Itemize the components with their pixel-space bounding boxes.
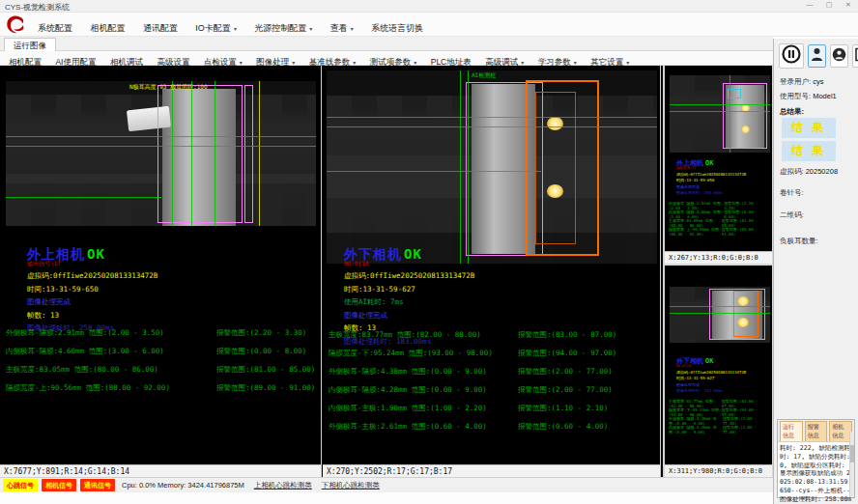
virtual-code: 虚拟码:0ffIiwe2025020813313472B: [344, 272, 474, 280]
measurement-row: 隔膜宽度-下:95.24mm 范围:(93.00 - 98.00)报警范围:(9…: [669, 407, 768, 416]
capture-time: 时间:13-31-59-627: [344, 286, 474, 294]
ai-detect-inner-box: [535, 92, 576, 244]
pixel-coords-status: X:311;Y:980;R:0;G:0;B:0: [665, 464, 772, 477]
log-tab-alarm-info[interactable]: 报警信息: [805, 421, 828, 441]
measurement-rows: 外侧极耳-隔膜:2.91mm 范围:(2.00 - 3.50)报警范围:(2.2…: [6, 328, 317, 402]
bottom-gap: [0, 492, 773, 504]
pixel-coords-status: X:270;Y:2502;R:17;G:17;B:17: [323, 464, 660, 477]
exit-button[interactable]: [852, 44, 858, 68]
maximize-button[interactable]: ▢: [823, 1, 835, 9]
thumb-image-upper[interactable]: [670, 75, 770, 153]
pause-button[interactable]: [779, 43, 804, 69]
thumb-panel-lower: 外下相机OK NG:0|10 虚拟码:0ffIiwe20250208133134…: [665, 266, 772, 477]
result-text-block: 外上相机OK 输出信号:1T 虚拟码:0ffIiwe20250208133134…: [676, 160, 746, 198]
camera-panel-upper-outer: N极耳高度:93 极耳间距:100 外上相机OK 输出信号:1T 虚拟码:0ff…: [0, 66, 322, 477]
logout-icon: [854, 47, 858, 66]
pixel-coords-status: X:267;Y:13;R:0;G:0;B:0: [665, 251, 772, 264]
measurement-row: 内侧极耳-隔膜:4.28mm 范围:(0.00 - 9.00)报警范围:(2.0…: [329, 385, 656, 404]
measurement-row: 外侧极耳-隔膜:4.38mm 范围:(0.00 - 9.00)报警范围:(2.0…: [329, 367, 656, 385]
tabstrip: 运行图像: [0, 37, 773, 51]
pause-icon: [782, 44, 801, 68]
camera-image-upper-outer[interactable]: N极耳高度:93 极耳间距:100: [6, 81, 316, 226]
menu-comm-config[interactable]: 通讯配置: [136, 20, 185, 37]
app-logo-icon: [4, 14, 27, 36]
negative-tab-count-field: 负极耳数量:: [780, 237, 818, 246]
ok-status: OK: [87, 246, 105, 262]
user-icon: [811, 47, 823, 66]
menu-camera-config[interactable]: 相机配置: [83, 20, 131, 37]
weld-highlight: [547, 117, 563, 130]
window-title: CYS-视觉检测系统: [5, 2, 70, 13]
pixel-coords-status: X:7677;Y:891;R:14;G:14;B:14: [0, 464, 321, 477]
menu-system-config[interactable]: 系统配置: [31, 20, 79, 37]
menu-io-config[interactable]: IO卡配置: [188, 20, 243, 37]
measurement-row: 外侧极耳-主极:2.61mm 范围:(0.60 - 4.00)报警范围:(0.6…: [329, 422, 656, 440]
weld-highlight: [547, 184, 563, 198]
camera-signal-badge: 相机信号: [42, 479, 76, 491]
total-result-label: 总结果:: [780, 107, 804, 117]
minimize-button[interactable]: —: [804, 1, 815, 9]
result-text-block: 外上相机OK 输出信号:1T 虚拟码:0ffIiwe20250208133134…: [27, 247, 157, 332]
tab-run-image[interactable]: 运行图像: [4, 38, 56, 51]
login-user-field: 登录用户: cys: [780, 77, 823, 87]
app-window: CYS-视觉检测系统 — ▢ ✕ 系统配置 相机配置 通讯配置 IO卡配置 光源…: [0, 0, 858, 504]
user-circle-icon: [832, 47, 846, 66]
menu-light-config[interactable]: 光源控制配置: [247, 20, 319, 37]
measurement-row: 主极宽度:83.05mm 范围:(80.00 - 86.00)报警范围:(81.…: [6, 365, 317, 383]
log-scrollbar[interactable]: [849, 432, 854, 497]
thumbnail-column: 外上相机OK 输出信号:1T 虚拟码:0ffIiwe20250208133134…: [663, 66, 773, 477]
ok-status: OK: [404, 246, 422, 262]
roi-box-magenta-2: [244, 85, 253, 223]
menu-language-switch[interactable]: 系统语言切换: [364, 20, 430, 37]
upper-camera-heartbeat-link[interactable]: 上相机心跳检测类: [254, 481, 312, 490]
model-field: 使用型号: Model1: [780, 92, 837, 101]
measurement-rows: 主极宽度:83.77mm 范围:(82.00 - 88.00)报警范围:(83.…: [329, 330, 656, 440]
result-text-block: 外下相机OK NG:0|10 虚拟码:0ffIiwe20250208133134…: [676, 358, 746, 396]
log-text: 耗时: 222, 缺陷检测耗时: 17, 缺陷分类耗时: 0, 缺陷提取分区耗时…: [778, 442, 854, 504]
process-done: 图像处理完成: [27, 298, 157, 306]
titlebar: CYS-视觉检测系统 — ▢ ✕: [0, 0, 858, 13]
measurement-row: 内侧极耳-主极:1.90mm 范围:(1.00 - 2.20)报警范围:(1.1…: [329, 404, 656, 422]
log-tab-run-info[interactable]: 运行信息: [780, 421, 803, 441]
measurement-row: 隔膜宽度-上:90.56mm 范围:(88.00 - 92.00)报警范围:(8…: [669, 227, 768, 236]
comm-signal-badge: 通讯信号: [80, 479, 115, 491]
measurement-rows: 主极宽度:83.77mm 范围:(82.00 - 88.00)报警范围:(83.…: [669, 399, 768, 434]
sidebar: 登录用户: cys 使用型号: Model1 总结果: 结 果 结 果 虚拟码:…: [773, 39, 858, 504]
operator-button[interactable]: [830, 44, 848, 68]
camera-image-lower-outer[interactable]: AI检测框: [327, 70, 657, 264]
statusbar: 心跳信号 相机信号 通讯信号 Cpu: 0.0% Memory: 3424.41…: [0, 477, 773, 492]
menubar: 系统配置 相机配置 通讯配置 IO卡配置 光源控制配置 查看 系统语言切换: [0, 13, 858, 37]
measurement-row: 隔膜宽度-上:90.56mm 范围:(88.00 - 92.00)报警范围:(8…: [6, 383, 317, 402]
cpu-memory-status: Cpu: 0.0% Memory: 3424.41796875M: [122, 481, 244, 490]
measurement-row: 主极宽度:83.05mm 范围:(80.00 - 86.00)报警范围:(81.…: [669, 218, 768, 227]
measurement-row: 内侧极耳-隔膜:4.60mm 范围:(3.00 - 6.00)报警范围:(0.0…: [669, 210, 768, 218]
control-button-row: [779, 43, 858, 69]
login-user-button[interactable]: [808, 44, 826, 68]
toolbar: 相机配置 AI使用配置 相机调试 高级设置 点检设置 图像处理 基准线参数 测试…: [0, 51, 773, 66]
measurement-row: 主极宽度:83.77mm 范围:(82.00 - 88.00)报警范围:(83.…: [669, 399, 768, 407]
measurement-row: 主极宽度:83.77mm 范围:(82.00 - 88.00)报警范围:(83.…: [329, 330, 656, 349]
thumb-panel-upper: 外上相机OK 输出信号:1T 虚拟码:0ffIiwe20250208133134…: [665, 66, 772, 264]
result-indicator-1: 结 果: [782, 118, 836, 138]
virtual-code-field: 虚拟码: 20250208: [780, 167, 838, 177]
model-value: Model1: [813, 92, 837, 100]
process-done: 图像处理完成: [344, 312, 474, 320]
virtual-code: 虚拟码:0ffIiwe2025020813313472B: [27, 272, 157, 280]
lower-camera-heartbeat-link[interactable]: 下相机心跳检测类: [322, 481, 380, 490]
measure-overlay-label: N极耳高度:93 极耳间距:100: [129, 83, 208, 92]
main-content: N极耳高度:93 极耳间距:100 外上相机OK 输出信号:1T 虚拟码:0ff…: [0, 66, 773, 477]
measurement-row: 隔膜宽度-下:95.24mm 范围:(93.00 - 98.00)报警范围:(9…: [329, 349, 656, 367]
needle-number-field: 卷针号:: [780, 188, 804, 198]
close-button[interactable]: ✕: [843, 1, 854, 9]
measurement-row: 内侧极耳-隔膜:4.60mm 范围:(3.00 - 6.00)报警范围:(0.0…: [6, 347, 317, 365]
measurement-row: 外侧极耳-隔膜:4.38mm 范围:(0.00 - 9.00)报警范围:(2.0…: [669, 416, 768, 425]
ai-box-label: AI检测框: [472, 71, 496, 80]
menu-view[interactable]: 查看: [324, 20, 360, 37]
run-log-box: 运行信息 报警信息 相机信息 耗时: 222, 缺陷检测耗时: 17, 缺陷分类…: [777, 419, 855, 498]
thumb-image-lower[interactable]: [670, 287, 770, 343]
heartbeat-signal-badge: 心跳信号: [3, 479, 38, 491]
measurement-row: 外侧极耳-隔膜:2.91mm 范围:(2.00 - 3.50)报警范围:(2.2…: [6, 328, 317, 347]
qrcode-field: 二维码:: [780, 210, 804, 220]
measurement-row: 外侧极耳-隔膜:2.91mm 范围:(2.00 - 3.50)报警范围:(2.2…: [669, 201, 768, 210]
roi-box-magenta: [157, 85, 243, 223]
